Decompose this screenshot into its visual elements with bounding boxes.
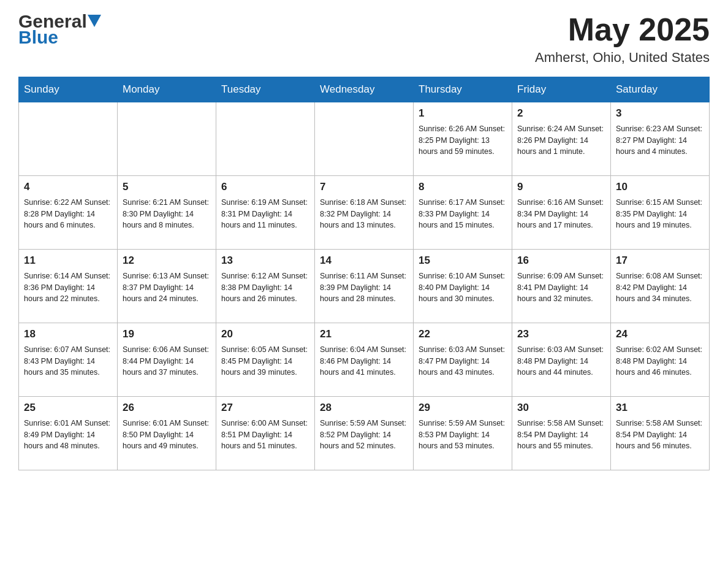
- day-number: 23: [517, 327, 605, 342]
- day-number: 15: [419, 253, 507, 269]
- day-info: Sunrise: 6:17 AM Sunset: 8:33 PM Dayligh…: [419, 197, 507, 231]
- day-number: 9: [517, 180, 605, 195]
- day-number: 20: [221, 327, 309, 342]
- calendar-cell: 23Sunrise: 6:03 AM Sunset: 8:48 PM Dayli…: [512, 323, 611, 397]
- calendar-cell: 19Sunrise: 6:06 AM Sunset: 8:44 PM Dayli…: [118, 323, 216, 397]
- day-info: Sunrise: 6:21 AM Sunset: 8:30 PM Dayligh…: [123, 197, 211, 231]
- day-info: Sunrise: 5:58 AM Sunset: 8:54 PM Dayligh…: [616, 418, 704, 452]
- day-number: 29: [419, 400, 507, 416]
- day-number: 22: [419, 327, 507, 342]
- day-number: 3: [616, 106, 704, 121]
- day-info: Sunrise: 6:04 AM Sunset: 8:46 PM Dayligh…: [320, 344, 408, 378]
- calendar-cell: 2Sunrise: 6:24 AM Sunset: 8:26 PM Daylig…: [512, 102, 611, 176]
- calendar-cell: 7Sunrise: 6:18 AM Sunset: 8:32 PM Daylig…: [315, 176, 414, 250]
- calendar-cell: 13Sunrise: 6:12 AM Sunset: 8:38 PM Dayli…: [216, 250, 315, 323]
- calendar-cell: 8Sunrise: 6:17 AM Sunset: 8:33 PM Daylig…: [414, 176, 512, 250]
- calendar-header-row: Sunday Monday Tuesday Wednesday Thursday…: [19, 77, 710, 102]
- day-info: Sunrise: 5:58 AM Sunset: 8:54 PM Dayligh…: [517, 418, 605, 452]
- col-tuesday: Tuesday: [216, 77, 315, 102]
- calendar-cell: [118, 102, 216, 176]
- day-number: 6: [221, 180, 309, 195]
- logo-triangle-icon: [88, 15, 101, 28]
- calendar-cell: [19, 102, 118, 176]
- col-monday: Monday: [118, 77, 216, 102]
- calendar-cell: 9Sunrise: 6:16 AM Sunset: 8:34 PM Daylig…: [512, 176, 611, 250]
- logo: General Blue: [18, 12, 101, 48]
- day-info: Sunrise: 6:11 AM Sunset: 8:39 PM Dayligh…: [320, 270, 408, 305]
- day-info: Sunrise: 6:13 AM Sunset: 8:37 PM Dayligh…: [123, 270, 211, 305]
- day-info: Sunrise: 6:12 AM Sunset: 8:38 PM Dayligh…: [221, 270, 309, 305]
- day-number: 1: [419, 106, 507, 121]
- day-info: Sunrise: 6:24 AM Sunset: 8:26 PM Dayligh…: [517, 123, 605, 158]
- day-info: Sunrise: 6:02 AM Sunset: 8:48 PM Dayligh…: [616, 344, 704, 378]
- day-info: Sunrise: 6:03 AM Sunset: 8:48 PM Dayligh…: [517, 344, 605, 378]
- calendar-cell: 17Sunrise: 6:08 AM Sunset: 8:42 PM Dayli…: [611, 250, 710, 323]
- calendar-cell: 10Sunrise: 6:15 AM Sunset: 8:35 PM Dayli…: [611, 176, 710, 250]
- day-number: 17: [616, 253, 704, 269]
- day-info: Sunrise: 6:22 AM Sunset: 8:28 PM Dayligh…: [24, 197, 112, 231]
- calendar-cell: 25Sunrise: 6:01 AM Sunset: 8:49 PM Dayli…: [19, 397, 118, 470]
- day-number: 30: [517, 400, 605, 416]
- calendar-cell: 28Sunrise: 5:59 AM Sunset: 8:52 PM Dayli…: [315, 397, 414, 470]
- col-friday: Friday: [512, 77, 611, 102]
- calendar-cell: 1Sunrise: 6:26 AM Sunset: 8:25 PM Daylig…: [414, 102, 512, 176]
- day-info: Sunrise: 6:08 AM Sunset: 8:42 PM Dayligh…: [616, 270, 704, 305]
- day-info: Sunrise: 6:15 AM Sunset: 8:35 PM Dayligh…: [616, 197, 704, 231]
- day-info: Sunrise: 6:05 AM Sunset: 8:45 PM Dayligh…: [221, 344, 309, 378]
- day-number: 7: [320, 180, 408, 195]
- page-header: General Blue May 2025 Amherst, Ohio, Uni…: [18, 12, 710, 66]
- day-number: 16: [517, 253, 605, 269]
- calendar-cell: 22Sunrise: 6:03 AM Sunset: 8:47 PM Dayli…: [414, 323, 512, 397]
- calendar-week-3: 11Sunrise: 6:14 AM Sunset: 8:36 PM Dayli…: [19, 250, 710, 323]
- calendar-cell: 20Sunrise: 6:05 AM Sunset: 8:45 PM Dayli…: [216, 323, 315, 397]
- day-number: 28: [320, 400, 408, 416]
- day-info: Sunrise: 5:59 AM Sunset: 8:52 PM Dayligh…: [320, 418, 408, 452]
- col-sunday: Sunday: [19, 77, 118, 102]
- calendar-cell: 6Sunrise: 6:19 AM Sunset: 8:31 PM Daylig…: [216, 176, 315, 250]
- col-thursday: Thursday: [414, 77, 512, 102]
- day-info: Sunrise: 6:26 AM Sunset: 8:25 PM Dayligh…: [419, 123, 507, 158]
- calendar-cell: 12Sunrise: 6:13 AM Sunset: 8:37 PM Dayli…: [118, 250, 216, 323]
- day-number: 5: [123, 180, 211, 195]
- day-info: Sunrise: 5:59 AM Sunset: 8:53 PM Dayligh…: [419, 418, 507, 452]
- day-number: 27: [221, 400, 309, 416]
- day-number: 8: [419, 180, 507, 195]
- day-number: 26: [123, 400, 211, 416]
- day-number: 10: [616, 180, 704, 195]
- day-number: 24: [616, 327, 704, 342]
- day-info: Sunrise: 6:09 AM Sunset: 8:41 PM Dayligh…: [517, 270, 605, 305]
- calendar-cell: 5Sunrise: 6:21 AM Sunset: 8:30 PM Daylig…: [118, 176, 216, 250]
- svg-marker-0: [88, 15, 101, 27]
- calendar-cell: 14Sunrise: 6:11 AM Sunset: 8:39 PM Dayli…: [315, 250, 414, 323]
- day-number: 13: [221, 253, 309, 269]
- calendar-cell: 16Sunrise: 6:09 AM Sunset: 8:41 PM Dayli…: [512, 250, 611, 323]
- col-saturday: Saturday: [611, 77, 710, 102]
- calendar-cell: 27Sunrise: 6:00 AM Sunset: 8:51 PM Dayli…: [216, 397, 315, 470]
- day-info: Sunrise: 6:03 AM Sunset: 8:47 PM Dayligh…: [419, 344, 507, 378]
- day-info: Sunrise: 6:07 AM Sunset: 8:43 PM Dayligh…: [24, 344, 112, 378]
- day-info: Sunrise: 6:01 AM Sunset: 8:49 PM Dayligh…: [24, 418, 112, 452]
- day-number: 21: [320, 327, 408, 342]
- day-info: Sunrise: 6:19 AM Sunset: 8:31 PM Dayligh…: [221, 197, 309, 231]
- day-number: 18: [24, 327, 112, 342]
- calendar-week-4: 18Sunrise: 6:07 AM Sunset: 8:43 PM Dayli…: [19, 323, 710, 397]
- day-info: Sunrise: 6:00 AM Sunset: 8:51 PM Dayligh…: [221, 418, 309, 452]
- day-number: 14: [320, 253, 408, 269]
- calendar-cell: [216, 102, 315, 176]
- calendar-week-1: 1Sunrise: 6:26 AM Sunset: 8:25 PM Daylig…: [19, 102, 710, 176]
- calendar-cell: 31Sunrise: 5:58 AM Sunset: 8:54 PM Dayli…: [611, 397, 710, 470]
- calendar-cell: 3Sunrise: 6:23 AM Sunset: 8:27 PM Daylig…: [611, 102, 710, 176]
- day-number: 31: [616, 400, 704, 416]
- calendar-cell: 11Sunrise: 6:14 AM Sunset: 8:36 PM Dayli…: [19, 250, 118, 323]
- calendar-week-5: 25Sunrise: 6:01 AM Sunset: 8:49 PM Dayli…: [19, 397, 710, 470]
- col-wednesday: Wednesday: [315, 77, 414, 102]
- day-info: Sunrise: 6:18 AM Sunset: 8:32 PM Dayligh…: [320, 197, 408, 231]
- location-title: Amherst, Ohio, United States: [535, 50, 710, 66]
- calendar-table: Sunday Monday Tuesday Wednesday Thursday…: [18, 77, 710, 470]
- day-number: 12: [123, 253, 211, 269]
- day-info: Sunrise: 6:10 AM Sunset: 8:40 PM Dayligh…: [419, 270, 507, 305]
- calendar-cell: 18Sunrise: 6:07 AM Sunset: 8:43 PM Dayli…: [19, 323, 118, 397]
- day-info: Sunrise: 6:01 AM Sunset: 8:50 PM Dayligh…: [123, 418, 211, 452]
- calendar-cell: 30Sunrise: 5:58 AM Sunset: 8:54 PM Dayli…: [512, 397, 611, 470]
- day-number: 2: [517, 106, 605, 121]
